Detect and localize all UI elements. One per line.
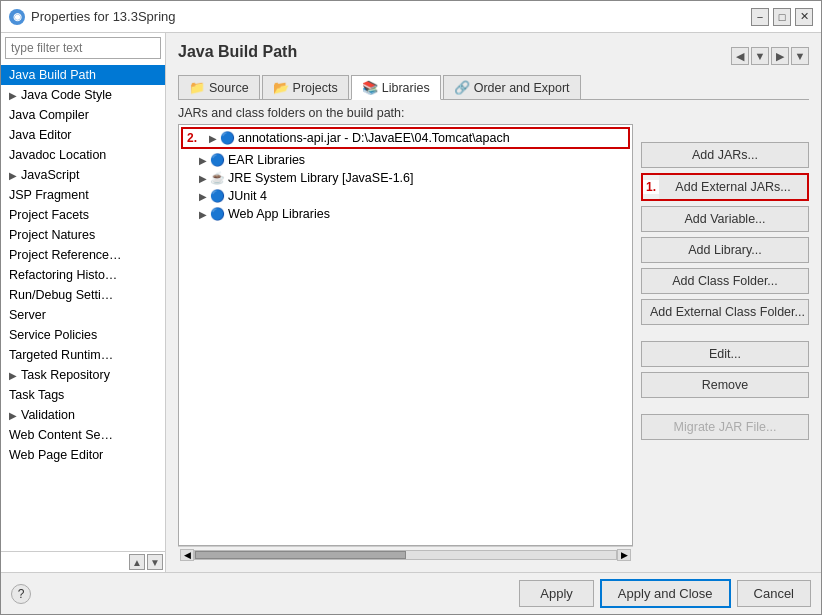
badge-2-wrapper: 2.▶🔵annotations-api.jar - D:\JavaEE\04.T…: [181, 127, 630, 149]
tree-item-0[interactable]: ▶🔵annotations-api.jar - D:\JavaEE\04.Tom…: [201, 129, 514, 147]
sidebar-item-19[interactable]: Web Page Editor: [1, 445, 165, 465]
scroll-up-icon[interactable]: ▲: [129, 554, 145, 570]
panel-body: 2.▶🔵annotations-api.jar - D:\JavaEE\04.T…: [178, 124, 809, 562]
cancel-button[interactable]: Cancel: [737, 580, 811, 607]
sidebar-item-4[interactable]: Javadoc Location: [1, 145, 165, 165]
tab-icon-2: 📚: [362, 80, 378, 95]
sidebar-item-label: Java Build Path: [9, 68, 96, 82]
button-area: Add JARs...1.Add External JARs...Add Var…: [641, 124, 809, 562]
sidebar-list: Java Build Path▶Java Code StyleJava Comp…: [1, 63, 165, 551]
content-area: Java Build Path▶Java Code StyleJava Comp…: [1, 33, 821, 572]
nav-back-icon[interactable]: ◀: [731, 47, 749, 65]
sidebar-item-3[interactable]: Java Editor: [1, 125, 165, 145]
btn-edit-[interactable]: Edit...: [641, 341, 809, 367]
btn-add-jars-[interactable]: Add JARs...: [641, 142, 809, 168]
sidebar-item-2[interactable]: Java Compiler: [1, 105, 165, 125]
horizontal-scrollbar[interactable]: [194, 550, 617, 560]
scroll-left-icon[interactable]: ◀: [180, 549, 194, 561]
tree-item-label: JUnit 4: [228, 189, 267, 203]
btn-add-variable-[interactable]: Add Variable...: [641, 206, 809, 232]
tab-icon-1: 📂: [273, 80, 289, 95]
sidebar-item-label: Web Content Se…: [9, 428, 113, 442]
sidebar-item-14[interactable]: Targeted Runtim…: [1, 345, 165, 365]
filter-input[interactable]: [5, 37, 161, 59]
sidebar-item-label: Javadoc Location: [9, 148, 106, 162]
tabs-bar: 📁Source📂Projects📚Libraries🔗Order and Exp…: [178, 75, 809, 100]
tree-item-icon: ☕: [210, 171, 225, 185]
title-bar-left: ◉ Properties for 13.3Spring: [9, 9, 176, 25]
btn-add-library-[interactable]: Add Library...: [641, 237, 809, 263]
title-bar-controls: − □ ✕: [751, 8, 813, 26]
nav-dropdown-icon[interactable]: ▼: [751, 47, 769, 65]
tree-item-4[interactable]: ▶🔵Web App Libraries: [179, 205, 632, 223]
close-button[interactable]: ✕: [795, 8, 813, 26]
tree-item-2[interactable]: ▶☕JRE System Library [JavaSE-1.6]: [179, 169, 632, 187]
sidebar-item-label: Project Natures: [9, 228, 95, 242]
sidebar-item-9[interactable]: Project Reference…: [1, 245, 165, 265]
sidebar-arrow-icon: ▶: [9, 170, 17, 181]
sidebar-item-5[interactable]: ▶JavaScript: [1, 165, 165, 185]
tab-label: Source: [209, 81, 249, 95]
tab-libraries[interactable]: 📚Libraries: [351, 75, 441, 100]
nav-forward-dropdown-icon[interactable]: ▼: [791, 47, 809, 65]
sidebar-item-7[interactable]: Project Facets: [1, 205, 165, 225]
sidebar-item-label: Java Compiler: [9, 108, 89, 122]
bottom-bar: ? Apply Apply and Close Cancel: [1, 572, 821, 614]
sidebar-item-label: JavaScript: [21, 168, 79, 182]
sidebar-item-label: Service Policies: [9, 328, 97, 342]
sidebar-item-label: Java Code Style: [21, 88, 112, 102]
apply-close-button[interactable]: Apply and Close: [600, 579, 731, 608]
add-external-jars-button[interactable]: Add External JARs...: [659, 175, 807, 199]
tab-icon-0: 📁: [189, 80, 205, 95]
sidebar-arrow-icon: ▶: [9, 90, 17, 101]
minimize-button[interactable]: −: [751, 8, 769, 26]
tree-item-3[interactable]: ▶🔵JUnit 4: [179, 187, 632, 205]
scroll-down-icon[interactable]: ▼: [147, 554, 163, 570]
tab-source[interactable]: 📁Source: [178, 75, 260, 99]
sidebar-item-1[interactable]: ▶Java Code Style: [1, 85, 165, 105]
tab-order-and-export[interactable]: 🔗Order and Export: [443, 75, 581, 99]
sidebar-item-17[interactable]: ▶Validation: [1, 405, 165, 425]
sidebar-item-13[interactable]: Service Policies: [1, 325, 165, 345]
apply-button[interactable]: Apply: [519, 580, 594, 607]
tab-projects[interactable]: 📂Projects: [262, 75, 349, 99]
sidebar-item-label: Targeted Runtim…: [9, 348, 113, 362]
sidebar-item-18[interactable]: Web Content Se…: [1, 425, 165, 445]
sidebar-item-15[interactable]: ▶Task Repository: [1, 365, 165, 385]
panel-title: Java Build Path: [178, 43, 297, 61]
sidebar-item-label: Server: [9, 308, 46, 322]
tree-item-1[interactable]: ▶🔵EAR Libraries: [179, 151, 632, 169]
btn-spacer-6: [641, 330, 809, 336]
sidebar-item-8[interactable]: Project Natures: [1, 225, 165, 245]
sidebar-item-11[interactable]: Run/Debug Setti…: [1, 285, 165, 305]
main-dialog: ◉ Properties for 13.3Spring − □ ✕ Java B…: [0, 0, 822, 615]
maximize-button[interactable]: □: [773, 8, 791, 26]
sidebar-item-label: Project Facets: [9, 208, 89, 222]
scroll-right-icon[interactable]: ▶: [617, 549, 631, 561]
title-bar: ◉ Properties for 13.3Spring − □ ✕: [1, 1, 821, 33]
tab-label: Order and Export: [474, 81, 570, 95]
btn-add-external-class-folder-[interactable]: Add External Class Folder...: [641, 299, 809, 325]
nav-forward-icon[interactable]: ▶: [771, 47, 789, 65]
tree-item-label: Web App Libraries: [228, 207, 330, 221]
sidebar-item-label: Task Repository: [21, 368, 110, 382]
btn-remove[interactable]: Remove: [641, 372, 809, 398]
sidebar-item-6[interactable]: JSP Fragment: [1, 185, 165, 205]
help-button[interactable]: ?: [11, 584, 31, 604]
tree-arrow-icon: ▶: [199, 191, 207, 202]
sidebar-item-0[interactable]: Java Build Path: [1, 65, 165, 85]
sidebar-item-10[interactable]: Refactoring Histo…: [1, 265, 165, 285]
sidebar-item-label: JSP Fragment: [9, 188, 89, 202]
btn-add-class-folder-[interactable]: Add Class Folder...: [641, 268, 809, 294]
sidebar-item-12[interactable]: Server: [1, 305, 165, 325]
build-path-area: 2.▶🔵annotations-api.jar - D:\JavaEE\04.T…: [178, 124, 633, 562]
tab-label: Projects: [293, 81, 338, 95]
tree-item-label: JRE System Library [JavaSE-1.6]: [228, 171, 413, 185]
badge-1: 1.: [643, 180, 659, 194]
tab-label: Libraries: [382, 81, 430, 95]
tree-item-label: annotations-api.jar - D:\JavaEE\04.Tomca…: [238, 131, 510, 145]
sidebar-item-16[interactable]: Task Tags: [1, 385, 165, 405]
sidebar: Java Build Path▶Java Code StyleJava Comp…: [1, 33, 166, 572]
sidebar-item-label: Java Editor: [9, 128, 72, 142]
dialog-icon: ◉: [9, 9, 25, 25]
